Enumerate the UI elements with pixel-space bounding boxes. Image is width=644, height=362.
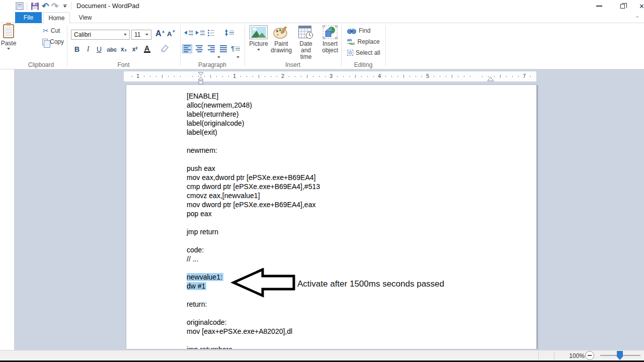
divider xyxy=(71,2,71,10)
select-all-button[interactable]: Select all xyxy=(347,49,380,56)
justify-button[interactable] xyxy=(218,44,228,53)
subscript-button[interactable]: x₂ xyxy=(119,46,128,53)
ruler-tick xyxy=(180,76,181,77)
ruler-tick xyxy=(198,76,199,77)
minimize-button[interactable] xyxy=(592,0,607,12)
copy-button[interactable]: Copy xyxy=(42,38,64,45)
document-line: push eax xyxy=(187,164,320,173)
bullets-button[interactable] xyxy=(208,30,214,36)
wordpad-app-icon[interactable] xyxy=(15,2,24,11)
right-indent-marker-icon[interactable] xyxy=(487,76,494,81)
date-time-label-1: Date and xyxy=(294,41,318,54)
ribbon: Paste ✂ Cut Copy Clipboard Calibri 11 A … xyxy=(0,23,644,69)
status-bar: 100% xyxy=(0,350,644,360)
ruler-tick xyxy=(192,76,193,77)
undo-icon[interactable]: ↶ xyxy=(41,2,50,11)
zoom-out-button[interactable] xyxy=(585,351,594,360)
tab-view[interactable]: View xyxy=(71,12,99,23)
italic-button[interactable]: I xyxy=(84,45,93,53)
document-line: return: xyxy=(187,300,320,309)
align-left-icon xyxy=(184,45,191,52)
line-spacing-button[interactable] xyxy=(225,29,234,36)
close-button[interactable]: ✕ xyxy=(636,0,644,12)
replace-label: Replace xyxy=(358,38,380,45)
selected-text: newvalue1: xyxy=(187,273,223,281)
picture-button[interactable]: Picture xyxy=(249,25,269,51)
paragraph-settings-button[interactable]: ¶ xyxy=(230,44,240,53)
ruler-tick xyxy=(150,76,150,77)
superscript-button[interactable]: x² xyxy=(130,46,139,53)
ribbon-tab-row: File Home View xyxy=(0,12,644,23)
font-color-swatch xyxy=(144,51,150,53)
date-and-time-button[interactable]: Date and time xyxy=(294,25,318,60)
indent-right-arrow-icon xyxy=(196,31,199,35)
ruler-number: 1 xyxy=(136,73,139,79)
ruler-number: 3 xyxy=(330,73,333,79)
ruler-tick xyxy=(464,76,464,77)
lines-icon xyxy=(189,31,193,35)
document-line xyxy=(187,263,320,273)
ruler-tick xyxy=(277,76,277,77)
divider xyxy=(27,2,27,10)
ruler-tick xyxy=(512,76,513,77)
ruler-tick xyxy=(210,75,211,78)
align-center-icon xyxy=(196,45,203,52)
ruler-tick xyxy=(253,76,253,77)
decrease-indent-button[interactable] xyxy=(184,31,193,35)
ruler-tick xyxy=(397,76,398,77)
ruler-tick xyxy=(470,76,470,77)
tab-file[interactable]: File xyxy=(15,12,42,23)
zoom-level: 100% xyxy=(568,352,585,359)
align-left-button[interactable] xyxy=(182,44,192,53)
strikethrough-button[interactable]: abc xyxy=(106,46,118,53)
document-line: jmp returnhere xyxy=(187,345,320,349)
paste-button[interactable]: Paste xyxy=(0,23,17,57)
replace-button[interactable]: ab⇢ac Replace xyxy=(347,38,380,45)
font-family-select[interactable]: Calibri xyxy=(71,30,130,40)
indent-markers-icon[interactable] xyxy=(198,72,204,85)
document-area: 1123457 [ENABLE]alloc(newmem,2048)label(… xyxy=(14,69,644,350)
restore-icon xyxy=(620,4,625,9)
increase-indent-button[interactable] xyxy=(196,31,205,35)
document-line: newmem: xyxy=(187,146,320,155)
ruler-tick xyxy=(440,76,440,77)
ruler-tick xyxy=(488,76,489,77)
align-center-button[interactable] xyxy=(194,44,204,53)
zoom-slider-thumb[interactable] xyxy=(617,351,623,360)
ruler-tick xyxy=(518,76,519,77)
ruler-tick xyxy=(530,76,531,77)
font-color-button[interactable]: A xyxy=(142,44,151,53)
underline-button[interactable]: U xyxy=(95,45,104,53)
find-button[interactable]: Find xyxy=(347,27,370,34)
ruler-tick xyxy=(361,76,362,77)
document-line: alloc(newmem,2048) xyxy=(187,101,320,110)
ruler-number: 2 xyxy=(281,73,284,79)
qat-customize-dropdown-icon[interactable] xyxy=(61,2,68,11)
align-right-button[interactable] xyxy=(206,44,216,53)
bullets-dropdown-icon[interactable] xyxy=(217,56,220,58)
line-spacing-dropdown-icon[interactable] xyxy=(236,56,239,58)
insert-object-button[interactable]: Insert object xyxy=(320,25,340,54)
font-size-select[interactable]: 11 xyxy=(131,30,151,40)
ruler-tick xyxy=(144,76,144,77)
tab-home[interactable]: Home xyxy=(43,12,70,24)
save-icon[interactable] xyxy=(30,2,39,11)
restore-button[interactable] xyxy=(615,0,630,12)
grow-font-button[interactable]: A xyxy=(155,29,165,38)
ruler-tick xyxy=(132,76,132,77)
ruler-tick xyxy=(494,76,495,77)
document-line: jmp return xyxy=(187,227,320,236)
cut-button[interactable]: ✂ Cut xyxy=(43,27,60,34)
paint-drawing-button[interactable]: Paint drawing xyxy=(271,25,292,54)
bold-button[interactable]: B xyxy=(72,45,82,53)
lines-icon xyxy=(200,31,205,35)
picture-icon xyxy=(250,25,268,39)
collapse-ribbon-icon[interactable]: ⌃ xyxy=(635,15,639,22)
document-page[interactable]: [ENABLE]alloc(newmem,2048)label(returnhe… xyxy=(126,85,537,349)
document-line xyxy=(187,291,320,300)
highlight-button[interactable] xyxy=(159,44,170,52)
document-text[interactable]: [ENABLE]alloc(newmem,2048)label(returnhe… xyxy=(187,92,320,349)
redo-icon: ↷ xyxy=(50,2,59,11)
shrink-font-button[interactable]: A xyxy=(167,30,176,38)
ruler[interactable]: 1123457 xyxy=(124,71,536,81)
